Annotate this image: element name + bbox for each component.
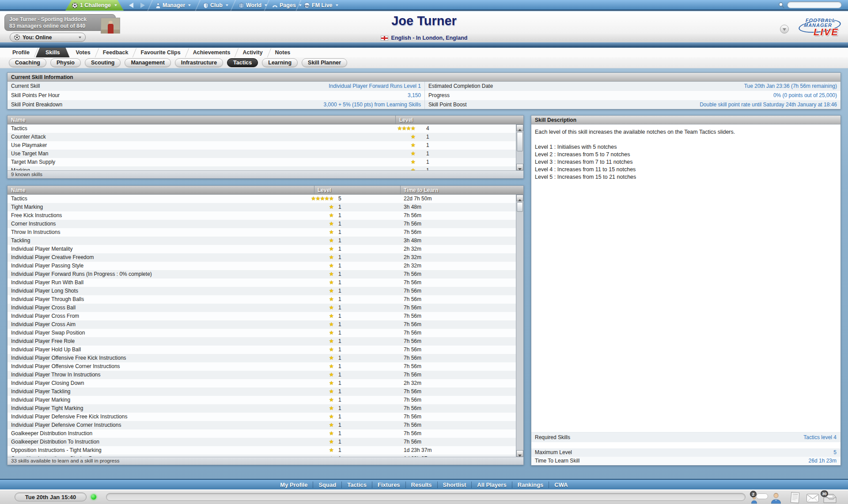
news-icon[interactable] [790, 492, 801, 504]
table-row[interactable]: Individual Player Closing Down★12h 32m [8, 379, 516, 387]
table-row[interactable]: Individual Player Long Shots★17h 56m [8, 287, 516, 295]
scrollbar-thumb[interactable] [517, 132, 523, 151]
table-row[interactable]: Individual Player Cross From★17h 56m [8, 312, 516, 320]
presence-dropdown[interactable]: You: Online [10, 33, 86, 42]
inbox-icon[interactable]: 30 [822, 493, 837, 504]
search-icon[interactable] [778, 2, 785, 8]
tab-activity[interactable]: Activity [236, 48, 269, 57]
back-button[interactable] [129, 3, 133, 8]
nav-rankings[interactable]: Rankings [512, 481, 549, 488]
table-row[interactable]: Individual Player Offensive Corner Instr… [8, 362, 516, 371]
table-row[interactable]: Use Target Man★1 [8, 150, 516, 158]
table-row[interactable]: Opposition Instructions - Tight Marking★… [8, 446, 516, 455]
nav-tactics[interactable]: Tactics [342, 481, 372, 488]
table-row[interactable]: Counter Attack★1 [8, 133, 516, 141]
table-row[interactable]: Individual Player Run With Ball★17h 56m [8, 278, 516, 287]
menu-fm-live[interactable]: FML FM Live [304, 0, 338, 11]
scroll-down-button[interactable] [516, 164, 523, 170]
nav-my-profile[interactable]: My Profile [275, 481, 313, 488]
learnable-skills-scrollbar[interactable] [516, 195, 523, 457]
table-row[interactable]: Tactics★★★★4 [8, 124, 516, 133]
nav-squad[interactable]: Squad [313, 481, 342, 488]
scroll-up-button[interactable] [516, 124, 523, 131]
table-row[interactable]: Tackling★13h 48m [8, 237, 516, 245]
table-row[interactable]: Throw In Instructions★17h 56m [8, 228, 516, 237]
table-row[interactable]: Target Man Supply★1 [8, 158, 516, 166]
table-row[interactable]: Individual Player Marking★17h 56m [8, 396, 516, 404]
table-row[interactable]: Individual Player Creative Freedom★12h 3… [8, 253, 516, 262]
nav-shortlist[interactable]: Shortlist [438, 481, 472, 488]
forward-button[interactable] [140, 3, 145, 8]
table-row[interactable]: Free Kick Instructions★17h 56m [8, 211, 516, 220]
skill-name: Free Kick Instructions [11, 211, 62, 220]
table-row[interactable]: Individual Player Mentality★12h 32m [8, 245, 516, 253]
table-row[interactable]: Individual Player Cross Aim★17h 56m [8, 320, 516, 329]
subtab-physio[interactable]: Physio [50, 58, 81, 67]
nav-results[interactable]: Results [406, 481, 438, 488]
subtab-management[interactable]: Management [125, 58, 170, 67]
table-row[interactable]: Goalkeeper Distribution To Instruction★1… [8, 438, 516, 446]
scroll-down-button[interactable] [516, 450, 523, 457]
table-row[interactable]: Individual Player Passing Style★12h 32m [8, 262, 516, 270]
table-row[interactable]: Use Playmaker★1 [8, 141, 516, 150]
nav-cwa[interactable]: CWA [549, 481, 573, 488]
game-date-button[interactable]: Tue 20th Jan 15:40 [15, 493, 87, 501]
scroll-up-button[interactable] [516, 195, 523, 201]
table-row[interactable]: Tight Marking★13h 48m [8, 203, 516, 211]
tab-skills[interactable]: Skills [36, 48, 70, 57]
table-row[interactable]: Individual Player Tight Marking★17h 56m [8, 404, 516, 413]
chat-icon[interactable]: 2 [751, 493, 769, 504]
column-header-name[interactable]: Name [11, 116, 26, 124]
menu-manager[interactable]: Manager [155, 0, 191, 11]
table-row[interactable]: Individual Player Hold Up Ball★17h 56m [8, 346, 516, 354]
chevron-down-icon [226, 4, 228, 6]
table-row[interactable]: Goalkeeper Distribution Instruction★17h … [8, 429, 516, 438]
table-row[interactable]: Individual Player Defensive Free Kick In… [8, 413, 516, 421]
subtab-learning[interactable]: Learning [262, 58, 298, 67]
skill-name: Individual Player Free Role [11, 337, 75, 346]
menu-label: World [246, 2, 261, 8]
known-skills-scrollbar[interactable] [516, 124, 523, 170]
skill-name: Individual Player Creative Freedom [11, 253, 94, 262]
menu-club[interactable]: Club [203, 0, 228, 11]
search-input[interactable] [787, 1, 842, 8]
tab-votes[interactable]: Votes [70, 48, 97, 57]
table-row[interactable]: Corner Instructions★17h 56m [8, 220, 516, 228]
football-icon [72, 3, 78, 8]
tab-achievements[interactable]: Achievements [187, 48, 237, 57]
table-row[interactable]: Individual Player Defensive Corner Instr… [8, 421, 516, 429]
column-header-level[interactable]: Level [318, 186, 331, 195]
time-to-learn-value: 26d 1h 23m [809, 457, 837, 465]
subtab-scouting[interactable]: Scouting [85, 58, 121, 67]
table-row[interactable]: Individual Player Free Role★17h 56m [8, 337, 516, 346]
nav-fixtures[interactable]: Fixtures [372, 481, 406, 488]
scrollbar-thumb[interactable] [517, 202, 523, 212]
table-row[interactable]: Individual Player Throw In Instructions★… [8, 371, 516, 379]
subtab-coaching[interactable]: Coaching [9, 58, 46, 67]
level-value: 1 [338, 237, 341, 245]
table-row[interactable]: Individual Player Offensive Free Kick In… [8, 354, 516, 362]
tab-profile[interactable]: Profile [6, 48, 36, 57]
tab-favourite-clips[interactable]: Favourite Clips [134, 48, 186, 57]
table-row[interactable]: Individual Player Cross Ball★17h 56m [8, 304, 516, 312]
table-row[interactable]: Individual Player Tackling★17h 56m [8, 387, 516, 396]
column-header-time-to-learn[interactable]: Time to Learn [404, 186, 438, 195]
tab-notes[interactable]: Notes [269, 48, 297, 57]
nav-all-players[interactable]: All Players [472, 481, 512, 488]
table-row[interactable]: Individual Player Through Balls★17h 56m [8, 295, 516, 304]
level-stars: ★ [329, 304, 333, 312]
column-header-level[interactable]: Level [399, 116, 413, 124]
collapse-header-button[interactable] [780, 25, 789, 34]
mail-icon[interactable] [806, 494, 819, 504]
challenge-menu[interactable]: 1 Challenge [65, 0, 124, 11]
subtab-infrastructure[interactable]: Infrastructure [175, 58, 223, 67]
table-row[interactable]: Individual Player Forward Runs (In Progr… [8, 270, 516, 278]
table-row[interactable]: Tactics★★★★★522d 7h 50m [8, 195, 516, 203]
subtab-skill-planner[interactable]: Skill Planner [302, 58, 347, 67]
tab-feedback[interactable]: Feedback [97, 48, 135, 57]
menu-world[interactable]: World [238, 0, 267, 11]
subtab-tactics[interactable]: Tactics [227, 58, 258, 67]
manager-profile-icon[interactable] [770, 492, 782, 504]
column-header-name[interactable]: Name [11, 186, 26, 195]
table-row[interactable]: Individual Player Swap Position★17h 56m [8, 329, 516, 337]
